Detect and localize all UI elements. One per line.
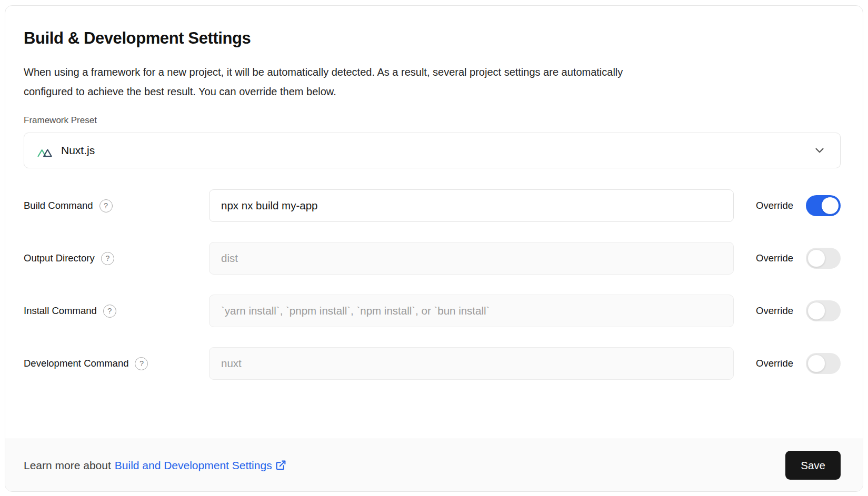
development-command-input[interactable] <box>209 347 734 380</box>
external-link-icon <box>272 460 286 471</box>
override-label: Override <box>756 305 793 317</box>
build-command-input[interactable] <box>209 189 734 222</box>
nuxt-logo-icon <box>37 144 54 158</box>
help-icon[interactable] <box>103 305 116 318</box>
toggle-knob <box>807 355 825 372</box>
link-label: Build and Development Settings <box>115 459 272 472</box>
override-label: Override <box>756 252 793 264</box>
row-label: Build Command <box>24 200 93 211</box>
override-toggle-build-command[interactable] <box>806 195 841 216</box>
override-label: Override <box>756 200 793 211</box>
setting-row-output-directory: Output Directory Override <box>24 242 841 275</box>
output-directory-input[interactable] <box>209 242 734 275</box>
override-toggle-output-directory[interactable] <box>806 248 841 269</box>
setting-row-install-command: Install Command Override <box>24 295 841 327</box>
card-footer: Learn more about Build and Development S… <box>5 439 863 491</box>
toggle-knob <box>807 302 825 320</box>
section-description: When using a framework for a new project… <box>24 63 803 102</box>
learn-more-prefix: Learn more about <box>24 459 111 472</box>
help-icon[interactable] <box>99 199 113 212</box>
settings-main: Build & Development Settings When using … <box>5 6 863 400</box>
override-toggle-install-command[interactable] <box>806 300 841 321</box>
row-label: Install Command <box>24 305 97 317</box>
learn-more-text: Learn more about Build and Development S… <box>24 459 286 472</box>
help-icon[interactable] <box>135 357 148 370</box>
framework-selected-value: Nuxt.js <box>61 144 95 157</box>
help-icon[interactable] <box>101 252 114 265</box>
settings-card: Build & Development Settings When using … <box>5 5 863 492</box>
toggle-knob <box>807 249 825 267</box>
save-button[interactable]: Save <box>785 451 841 480</box>
setting-row-build-command: Build Command Override <box>24 189 841 222</box>
setting-row-development-command: Development Command Override <box>24 347 841 380</box>
description-line: configured to achieve the best result. Y… <box>24 82 803 102</box>
settings-rows: Build Command Override Output Directory … <box>24 189 841 380</box>
install-command-input[interactable] <box>209 295 734 327</box>
page-title: Build & Development Settings <box>24 29 841 48</box>
override-label: Override <box>756 358 793 369</box>
row-label: Output Directory <box>24 252 95 264</box>
override-toggle-development-command[interactable] <box>806 353 841 374</box>
framework-preset-label: Framework Preset <box>24 115 841 126</box>
description-line: When using a framework for a new project… <box>24 63 803 82</box>
row-label: Development Command <box>24 358 128 369</box>
toggle-knob <box>821 197 839 215</box>
chevron-down-icon <box>813 144 826 157</box>
build-settings-docs-link[interactable]: Build and Development Settings <box>115 459 286 472</box>
framework-preset-select[interactable]: Nuxt.js <box>24 133 841 168</box>
